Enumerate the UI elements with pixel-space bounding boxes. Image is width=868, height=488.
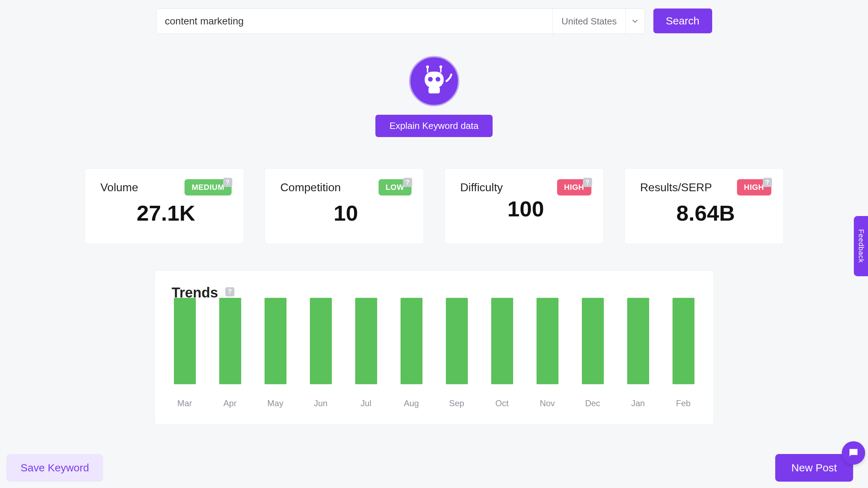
help-icon[interactable]: ?: [223, 178, 232, 187]
metric-title: Results/SERP: [640, 181, 712, 194]
svg-point-6: [426, 66, 429, 68]
help-icon[interactable]: ?: [403, 178, 412, 187]
robot-avatar-icon: [409, 56, 459, 106]
bar-label: Mar: [177, 398, 192, 408]
metric-card-competition: Competition LOW ? 10: [265, 168, 424, 244]
search-bar: United States Search: [0, 0, 868, 34]
svg-point-3: [436, 77, 440, 81]
metrics-row: Volume MEDIUM ? 27.1K Competition LOW ? …: [0, 168, 868, 244]
trends-chart: MarAprMayJunJulAugSepOctNovDecJanFeb: [172, 322, 697, 408]
bar-icon: [491, 298, 513, 384]
country-label: United States: [553, 16, 625, 27]
trend-bar: Dec: [582, 298, 604, 408]
explain-section: Explain Keyword data: [0, 56, 868, 137]
metric-title: Competition: [280, 181, 341, 194]
metric-title: Difficulty: [460, 181, 503, 194]
country-select[interactable]: United States: [552, 9, 644, 34]
bar-icon: [627, 298, 649, 384]
bar-icon: [174, 298, 196, 384]
save-keyword-button[interactable]: Save Keyword: [6, 454, 103, 482]
bar-label: Dec: [585, 398, 600, 408]
trend-bar: Aug: [401, 298, 422, 408]
metric-card-results: Results/SERP HIGH ? 8.64B: [624, 168, 784, 244]
bar-label: Jun: [314, 398, 328, 408]
help-icon[interactable]: ?: [583, 178, 592, 187]
chat-launcher-icon[interactable]: [842, 441, 865, 465]
trend-bar: May: [265, 298, 287, 408]
metric-value: 100: [460, 196, 591, 221]
bar-icon: [582, 298, 604, 384]
trend-bar: Nov: [537, 298, 558, 408]
bar-icon: [265, 298, 287, 384]
trend-bar: Jan: [627, 298, 649, 408]
metric-card-difficulty: Difficulty HIGH ? 100: [444, 168, 604, 244]
bar-icon: [355, 298, 377, 384]
bar-label: Jul: [361, 398, 371, 408]
explain-keyword-button[interactable]: Explain Keyword data: [375, 115, 493, 137]
metric-card-volume: Volume MEDIUM ? 27.1K: [85, 168, 244, 244]
trend-bar: Jun: [310, 298, 332, 408]
feedback-tab[interactable]: Feedback: [854, 216, 868, 276]
bar-icon: [673, 298, 694, 384]
bar-icon: [537, 298, 558, 384]
trend-bar: Mar: [174, 298, 196, 408]
bar-label: Nov: [540, 398, 555, 408]
metric-value: 27.1K: [101, 200, 232, 226]
chevron-down-icon[interactable]: [625, 9, 645, 34]
trend-bar: Feb: [673, 298, 694, 408]
svg-point-8: [439, 66, 442, 68]
trend-bar: Jul: [355, 298, 377, 408]
trend-bar: Oct: [491, 298, 513, 408]
metric-title: Volume: [101, 181, 138, 194]
bar-label: Jan: [631, 398, 645, 408]
trends-panel: Trends ? MarAprMayJunJulAugSepOctNovDecJ…: [154, 270, 714, 425]
new-post-button[interactable]: New Post: [775, 454, 853, 482]
bar-label: Sep: [449, 398, 464, 408]
bar-label: Feb: [676, 398, 691, 408]
help-icon[interactable]: ?: [763, 178, 772, 187]
bar-icon: [219, 298, 241, 384]
bar-icon: [446, 298, 468, 384]
metric-value: 8.64B: [640, 200, 771, 226]
svg-rect-4: [428, 87, 439, 93]
keyword-input[interactable]: [157, 9, 553, 34]
svg-rect-1: [425, 72, 444, 88]
trend-bar: Sep: [446, 298, 468, 408]
metric-value: 10: [280, 200, 412, 226]
bar-label: May: [267, 398, 283, 408]
bar-icon: [401, 298, 422, 384]
help-icon[interactable]: ?: [225, 287, 234, 296]
bar-label: Oct: [495, 398, 509, 408]
bar-label: Apr: [223, 398, 237, 408]
search-group: United States: [156, 8, 645, 34]
svg-point-2: [428, 77, 432, 81]
trend-bar: Apr: [219, 298, 241, 408]
search-button[interactable]: Search: [653, 8, 712, 33]
bar-icon: [310, 298, 332, 384]
bar-label: Aug: [404, 398, 419, 408]
